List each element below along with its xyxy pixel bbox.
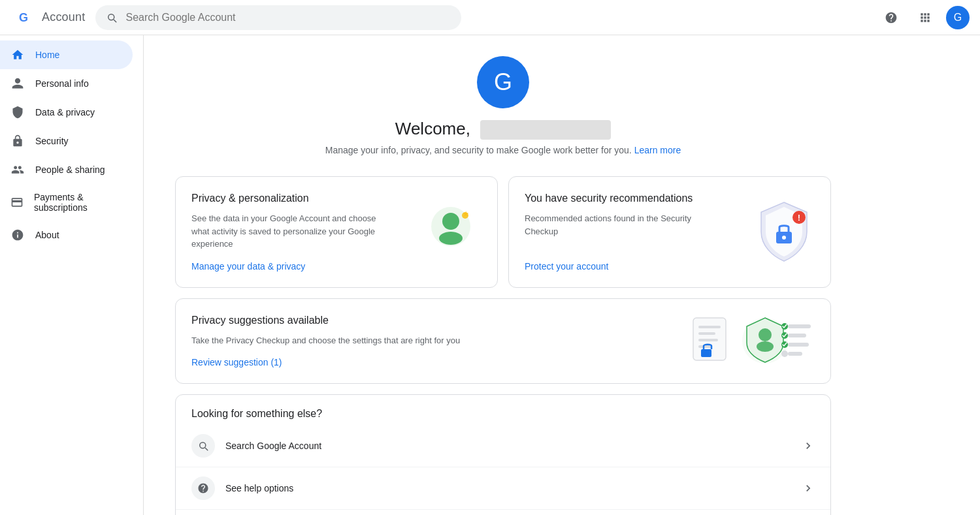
sidebar-item-people-sharing[interactable]: People & sharing xyxy=(0,155,133,184)
apps-icon xyxy=(919,11,932,24)
svg-text:G: G xyxy=(19,11,28,24)
suggestions-card-title: Privacy suggestions available xyxy=(191,315,596,326)
privacy-suggestions-card: Privacy suggestions available Take the P… xyxy=(175,298,831,384)
sidebar-item-personal-info[interactable]: Personal info xyxy=(0,69,133,98)
svg-rect-14 xyxy=(698,339,718,341)
svg-rect-20 xyxy=(788,324,811,328)
sidebar-item-data-privacy-label: Data & privacy xyxy=(35,107,95,117)
svg-rect-13 xyxy=(698,332,715,335)
looking-item-feedback[interactable]: Send feedback xyxy=(176,509,830,515)
sidebar-item-payments[interactable]: Payments & subscriptions xyxy=(0,184,133,221)
topbar-title: Account xyxy=(42,10,85,24)
info-icon xyxy=(10,228,25,242)
people-icon xyxy=(10,163,25,176)
profile-avatar: G xyxy=(477,56,529,108)
looking-search-icon xyxy=(191,434,215,458)
user-name-redacted xyxy=(480,120,611,140)
page-layout: Home Personal info Data & privacy xyxy=(0,35,980,515)
apps-button[interactable] xyxy=(912,5,938,31)
search-input[interactable] xyxy=(125,12,451,23)
looking-section: Looking for something else? Search Googl… xyxy=(175,394,831,515)
sidebar-item-about-label: About xyxy=(35,230,59,240)
privacy-card: Privacy & personalization See the data i… xyxy=(175,176,498,288)
svg-rect-23 xyxy=(788,352,802,356)
avatar-letter: G xyxy=(954,12,962,23)
svg-point-27 xyxy=(781,351,788,357)
looking-section-title: Looking for something else? xyxy=(176,395,830,420)
security-card: You have security recommendations Recomm… xyxy=(508,176,831,288)
main-content: G Welcome, Manage your info, privacy, an… xyxy=(144,35,862,515)
svg-point-8 xyxy=(782,236,786,240)
svg-rect-15 xyxy=(698,345,711,348)
user-avatar-button[interactable]: G xyxy=(946,6,970,29)
search-icon xyxy=(106,12,118,23)
looking-item-search[interactable]: Search Google Account xyxy=(176,425,830,467)
sidebar-item-personal-info-label: Personal info xyxy=(35,78,89,89)
svg-point-19 xyxy=(757,341,774,352)
sidebar-item-home-label: Home xyxy=(35,50,59,60)
suggestions-illus-svg xyxy=(687,311,817,370)
svg-point-4 xyxy=(439,232,463,245)
google-account-logo[interactable]: G Account xyxy=(10,5,85,31)
svg-rect-21 xyxy=(788,334,806,337)
sidebar-item-security[interactable]: Security xyxy=(0,127,133,155)
top-cards-row: Privacy & personalization See the data i… xyxy=(175,176,831,288)
profile-avatar-letter: G xyxy=(494,69,512,96)
profile-section: G Welcome, Manage your info, privacy, an… xyxy=(175,56,831,155)
person-icon xyxy=(10,77,25,90)
search-bar[interactable] xyxy=(95,5,461,30)
security-illustration: ! xyxy=(748,196,820,268)
sidebar: Home Personal info Data & privacy xyxy=(0,35,144,515)
sidebar-item-people-sharing-label: People & sharing xyxy=(35,164,105,175)
svg-rect-22 xyxy=(788,343,809,347)
security-card-title: You have security recommendations xyxy=(525,193,713,204)
svg-point-3 xyxy=(442,213,459,230)
welcome-subtitle: Manage your info, privacy, and security … xyxy=(325,145,681,155)
topbar-actions: G xyxy=(878,5,970,31)
learn-more-link[interactable]: Learn more xyxy=(634,145,681,155)
sidebar-item-data-privacy[interactable]: Data & privacy xyxy=(0,98,133,127)
privacy-illustration xyxy=(415,196,487,268)
svg-rect-16 xyxy=(701,349,711,357)
looking-item-help[interactable]: See help options xyxy=(176,467,830,509)
looking-item-help-label: See help options xyxy=(225,483,802,493)
privacy-card-desc: See the data in your Google Account and … xyxy=(191,212,380,251)
security-illus-svg: ! xyxy=(755,199,813,264)
help-icon xyxy=(885,11,898,24)
security-card-desc: Recommended actions found in the Securit… xyxy=(525,212,713,251)
looking-item-help-arrow xyxy=(802,482,815,495)
privacy-illus-svg xyxy=(418,199,483,264)
svg-rect-12 xyxy=(698,326,721,328)
home-icon xyxy=(10,48,25,61)
svg-point-18 xyxy=(759,328,772,341)
google-logo-icon: G xyxy=(10,5,37,31)
svg-text:!: ! xyxy=(798,213,800,223)
topbar: G Account G xyxy=(0,0,980,35)
looking-item-search-arrow xyxy=(802,439,815,452)
welcome-heading: Welcome, xyxy=(395,119,611,140)
credit-card-icon xyxy=(10,196,24,209)
suggestions-illustration xyxy=(687,308,817,373)
suggestions-card-desc: Take the Privacy Checkup and choose the … xyxy=(191,334,565,347)
looking-help-icon xyxy=(191,476,215,500)
help-button[interactable] xyxy=(878,5,904,31)
sidebar-item-home[interactable]: Home xyxy=(0,40,133,69)
lock-icon xyxy=(10,134,25,148)
sidebar-item-security-label: Security xyxy=(35,136,69,146)
privacy-card-title: Privacy & personalization xyxy=(191,193,380,204)
looking-item-search-label: Search Google Account xyxy=(225,441,802,451)
sidebar-item-payments-label: Payments & subscriptions xyxy=(34,192,122,213)
shield-privacy-icon xyxy=(10,106,25,119)
sidebar-item-about[interactable]: About xyxy=(0,221,133,249)
